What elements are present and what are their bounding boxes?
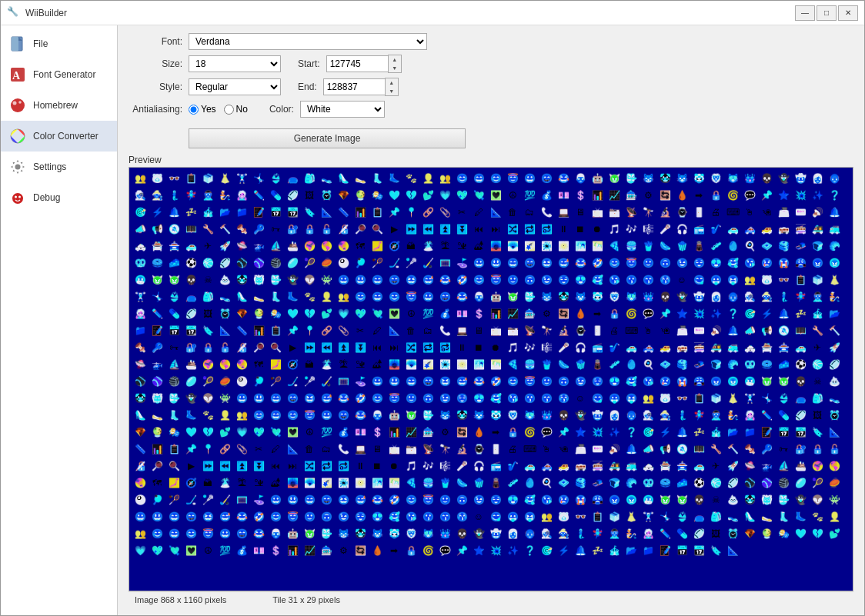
icon-cell: 😋 <box>589 390 606 407</box>
icon-cell: 🎯 <box>132 204 149 221</box>
icon-cell: 🎱 <box>335 255 352 271</box>
icon-cell: 🚙 <box>555 458 572 474</box>
icon-cell: 🔍 <box>267 339 284 356</box>
sidebar-item-debug[interactable]: Debug <box>1 182 117 213</box>
icon-cell: 🦶 <box>792 508 809 525</box>
icon-cell: 😘 <box>640 373 656 390</box>
icon-cell: 💎 <box>741 525 758 542</box>
icon-cell: 😌 <box>352 508 369 525</box>
icon-cell: ❤️ <box>386 187 402 204</box>
icon-cell: 😅 <box>555 255 572 271</box>
icon-cell: 📝 <box>758 424 775 441</box>
icon-cell: 🌄 <box>402 356 419 373</box>
icon-cell: 🐯 <box>589 288 606 305</box>
end-spin-down[interactable]: ▼ <box>386 87 398 95</box>
sidebar-item-settings[interactable]: Settings <box>1 152 117 182</box>
icon-cell: ⚽ <box>792 356 809 373</box>
antialias-yes-label[interactable]: Yes <box>189 104 216 115</box>
icon-cell: 😊 <box>352 288 369 305</box>
end-input[interactable]: 128837 <box>323 78 385 95</box>
icon-cell: 👿 <box>775 373 792 390</box>
icon-cell: 😀 <box>470 255 487 271</box>
icon-cell: 🧇 <box>656 356 673 373</box>
icon-cell: 🙃 <box>419 390 436 407</box>
icon-cell: 🌄 <box>504 238 521 255</box>
icon-cell: 🧚 <box>792 288 809 305</box>
sidebar-item-color-converter[interactable]: Color Converter <box>1 121 117 152</box>
generate-button[interactable]: Generate Image <box>189 128 466 148</box>
icon-cell: ⚙ <box>538 305 555 322</box>
icon-cell: 👿 <box>165 271 182 288</box>
icon-cell: 📏 <box>335 204 352 221</box>
icon-cell: 😅 <box>216 508 233 525</box>
icon-cell: 🤣 <box>250 508 267 525</box>
icon-cell: 🏒 <box>182 491 199 508</box>
icon-cell: 😅 <box>352 491 369 508</box>
icon-cell: 🎧 <box>470 458 487 474</box>
icon-cell: 🍟 <box>436 474 453 491</box>
start-spin-up[interactable]: ▲ <box>389 55 401 64</box>
icon-cell: 😻 <box>623 288 640 305</box>
icon-cell: 💧 <box>470 424 487 441</box>
icon-cell: 😂 <box>250 525 267 542</box>
icon-cell: 🎯 <box>741 305 758 322</box>
icon-cell: 🔎 <box>250 339 267 356</box>
icon-cell: ➡ <box>589 305 606 322</box>
antialias-no-radio[interactable] <box>224 105 234 115</box>
antialias-yes-radio[interactable] <box>189 105 199 115</box>
icon-cell: 🥨 <box>741 356 758 373</box>
icon-cell: 💥 <box>589 424 606 441</box>
icon-cell: 🤣 <box>352 390 369 407</box>
icon-cell: 🚕 <box>741 221 758 238</box>
icon-cell: 🔔 <box>724 322 741 339</box>
icon-cell: 🤡 <box>656 170 673 187</box>
start-spin-down[interactable]: ▼ <box>389 64 401 72</box>
icon-cell: ✈ <box>707 458 724 474</box>
icon-cell: 😁 <box>521 255 538 271</box>
end-spin-up[interactable]: ▲ <box>386 78 398 87</box>
icon-cell: 👝 <box>690 508 707 525</box>
sidebar-item-font-generator[interactable]: A Font Generator <box>1 59 117 90</box>
icon-cell: 💯 <box>419 305 436 322</box>
icon-cell: 😸 <box>436 407 453 424</box>
sidebar-item-debug-label: Debug <box>33 192 60 203</box>
minimize-button[interactable]: — <box>795 5 815 21</box>
maximize-button[interactable]: □ <box>817 5 837 21</box>
icon-cell: 🧞 <box>826 288 843 305</box>
style-select[interactable]: Regular <box>189 78 281 95</box>
icon-cell: 😻 <box>521 407 538 424</box>
close-button[interactable]: ✕ <box>838 5 858 21</box>
icon-cell: 💔 <box>402 187 419 204</box>
start-input[interactable]: 127745 <box>326 55 388 72</box>
icon-cell: 💀 <box>656 288 673 305</box>
icon-cell: 🔑 <box>250 221 267 238</box>
icon-cell: 🎭 <box>775 525 792 542</box>
sidebar-item-homebrew[interactable]: Homebrew <box>1 90 117 121</box>
icon-cell: 👥 <box>741 271 758 288</box>
icon-cell: 👠 <box>335 170 352 187</box>
icon-cell: 🥐 <box>724 356 741 373</box>
icon-cell: 👻 <box>182 390 199 407</box>
icon-cell: 🔒 <box>606 305 623 322</box>
icon-cell: 🔭 <box>538 322 555 339</box>
icon-cell: 🎒 <box>809 390 826 407</box>
icon-cell: 👻 <box>470 525 487 542</box>
icon-cell: 🏝 <box>335 356 352 373</box>
icon-cell: 🍔 <box>623 238 640 255</box>
icon-cell: ⏺ <box>487 339 504 356</box>
icon-cell: 🌀 <box>521 424 538 441</box>
font-select[interactable]: Verdana <box>189 33 427 50</box>
icon-cell: 🧝 <box>199 187 216 204</box>
icon-cell: ➡ <box>690 187 707 204</box>
color-select[interactable]: White <box>300 101 385 118</box>
antialias-no-label[interactable]: No <box>224 104 248 115</box>
size-select[interactable]: 18 <box>189 55 281 72</box>
icon-cell: 🏒 <box>284 373 301 390</box>
preview-container[interactable]: 👥🐻👓📋📦👗🏋🤸👙👝🎒👡👠🥿👢🦶🐾👤👥😊😄😊😇😀😁😂👨🤖😈👺😸🤡😺🐯🦁😻👑💀👻🤠… <box>129 167 853 591</box>
sidebar-item-file[interactable]: File <box>1 28 117 59</box>
icon-cell: 🚗 <box>724 221 741 238</box>
icon-cell: 🏀 <box>707 474 724 491</box>
icon-cell: 🧞 <box>216 187 233 204</box>
icon-cell: ⚡ <box>758 305 775 322</box>
icon-cell: 🐾 <box>301 288 318 305</box>
